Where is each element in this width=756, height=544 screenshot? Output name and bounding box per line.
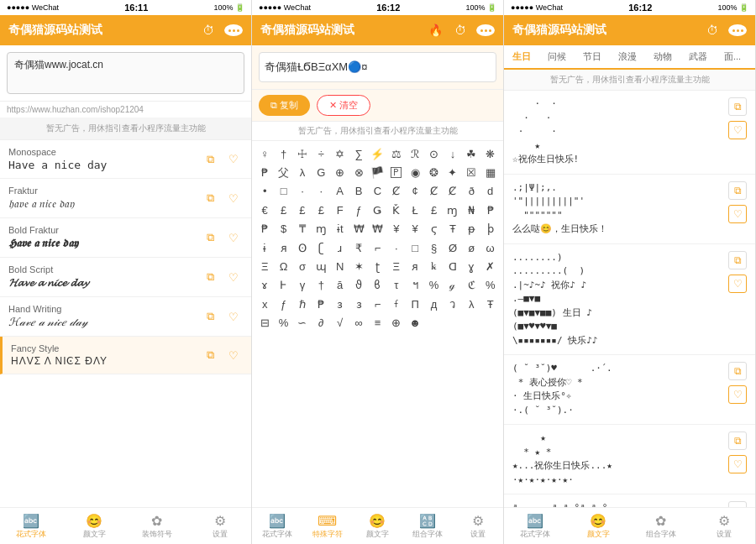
clock-icon[interactable]: ⏱ <box>199 21 218 39</box>
symbol-cell[interactable]: Ŧ <box>444 220 462 238</box>
cat-tab-greeting[interactable]: 问候 <box>539 45 575 68</box>
copy-art-2-button[interactable]: ⧉ <box>728 181 747 200</box>
symbol-cell[interactable]: ʗ <box>312 238 330 257</box>
cat-tab-birthday[interactable]: 生日 <box>504 45 539 70</box>
cat-tab-weapon[interactable]: 武器 <box>680 45 716 68</box>
cat-tab-food[interactable]: 面... <box>716 45 749 68</box>
symbol-cell[interactable]: ⊕ <box>331 163 349 181</box>
symbol-cell[interactable]: ∑ <box>349 144 368 163</box>
copy-hand-writing-button[interactable]: ⧉ <box>201 307 219 326</box>
symbol-cell[interactable]: ɜ <box>349 295 368 313</box>
more-options-button[interactable] <box>224 24 243 36</box>
symbol-cell[interactable]: ɨt <box>331 220 349 238</box>
symbol-cell[interactable]: ☘ <box>462 144 480 163</box>
fav-art-2-button[interactable]: ♡ <box>728 205 747 223</box>
symbol-cell[interactable]: x <box>255 295 274 313</box>
symbol-cell[interactable]: · <box>312 182 330 201</box>
symbol-cell[interactable]: ↓ <box>444 144 462 163</box>
text-input-1[interactable]: 奇偶猫www.jocat.cn <box>7 52 244 94</box>
symbol-cell[interactable]: ₱ <box>255 163 274 181</box>
symbol-cell[interactable]: Ȼ <box>424 182 443 201</box>
symbol-cell[interactable]: ω <box>481 238 500 257</box>
symbol-cell[interactable]: ₦ <box>462 201 480 219</box>
symbol-cell[interactable]: ʈ <box>368 257 386 275</box>
tab-emoji-3[interactable]: 😊 颜文字 <box>567 511 630 542</box>
fav-fraktur-button[interactable]: ♡ <box>224 189 243 207</box>
symbol-cell[interactable]: ₩ <box>349 220 368 238</box>
symbol-cell[interactable]: ⚡ <box>368 144 386 163</box>
copy-fancy-style-button[interactable]: ⧉ <box>201 346 219 364</box>
more-options-button-3[interactable] <box>728 24 747 36</box>
symbol-cell[interactable]: ว <box>444 295 462 313</box>
symbol-cell[interactable]: • <box>255 182 274 201</box>
symbol-cell[interactable]: ⊗ <box>349 163 368 181</box>
tab-settings-1[interactable]: ⚙ 设置 <box>188 511 251 542</box>
symbol-cell[interactable]: ⌐ <box>368 238 386 257</box>
symbol-cell[interactable]: ☩ <box>293 144 312 163</box>
copy-bold-script-button[interactable]: ⧉ <box>201 268 219 286</box>
symbol-cell[interactable]: Ͱ <box>274 276 292 295</box>
fav-art-1-button[interactable]: ♡ <box>728 121 747 139</box>
symbol-cell[interactable]: ÷ <box>312 144 330 163</box>
flame-icon[interactable]: 🔥 <box>426 21 444 39</box>
symbol-cell[interactable]: Ȼ <box>387 182 406 201</box>
symbol-cell[interactable]: λ <box>293 163 312 181</box>
copy-art-4-button[interactable]: ⧉ <box>728 362 747 380</box>
clock-icon-2[interactable]: ⏱ <box>451 21 470 39</box>
symbol-cell[interactable]: Ξ <box>255 257 274 275</box>
symbol-cell[interactable]: ɰ <box>312 257 330 275</box>
symbol-cell[interactable]: Ω <box>274 257 292 275</box>
symbol-cell[interactable]: ϸ <box>481 220 500 238</box>
font-item-monospace[interactable]: Monospace Have a nice day ⧉ ♡ <box>0 140 251 179</box>
symbol-cell[interactable]: % <box>424 276 443 295</box>
symbol-cell[interactable]: ā <box>331 276 349 295</box>
symbol-cell[interactable]: ¥ <box>406 220 424 238</box>
copy-monospace-button[interactable]: ⧉ <box>201 150 219 169</box>
symbol-cell[interactable]: τ <box>387 276 406 295</box>
cat-tab-romance[interactable]: 浪漫 <box>610 45 645 68</box>
symbol-cell[interactable]: ₹ <box>349 238 368 257</box>
symbol-cell[interactable]: % <box>274 313 292 332</box>
copy-button[interactable]: ⧉ 复制 <box>259 95 310 116</box>
fav-bold-fraktur-button[interactable]: ♡ <box>224 228 243 247</box>
symbol-cell[interactable]: £ <box>424 201 443 219</box>
symbol-cell[interactable]: ₱ <box>481 201 500 219</box>
symbol-cell[interactable]: % <box>481 276 500 295</box>
symbol-cell[interactable]: Ξ <box>387 257 406 275</box>
symbol-cell[interactable]: ɨ <box>255 238 274 257</box>
symbol-cell[interactable]: ∂ <box>312 313 330 332</box>
tab-settings-2[interactable]: ⚙ 设置 <box>453 511 503 542</box>
symbol-cell[interactable]: ▦ <box>481 163 500 181</box>
symbol-cell[interactable]: ƒ <box>274 295 292 313</box>
symbol-cell[interactable]: Ł <box>406 201 424 219</box>
more-options-button-2[interactable] <box>476 24 495 36</box>
symbol-cell[interactable]: ⊙ <box>424 144 443 163</box>
tab-combo[interactable]: 🔠 组合字体 <box>402 511 453 542</box>
symbol-cell[interactable]: £ <box>274 201 292 219</box>
symbol-cell[interactable]: ✗ <box>481 257 500 275</box>
panel2-text-display[interactable]: 奇偶猫ȽϬBΞαΧΜ🔵¤ <box>259 52 496 82</box>
symbol-cell[interactable]: ≡ <box>368 313 386 332</box>
symbol-cell[interactable]: Ν <box>331 257 349 275</box>
symbol-cell[interactable]: $ <box>274 220 292 238</box>
symbol-cell[interactable]: ℛ <box>406 144 424 163</box>
symbol-cell[interactable]: ⊕ <box>387 313 406 332</box>
symbol-cell[interactable]: € <box>255 201 274 219</box>
symbol-cell[interactable]: 🄿 <box>387 163 406 181</box>
symbol-cell[interactable]: ϐ <box>368 276 386 295</box>
symbol-cell[interactable]: ♀ <box>255 144 274 163</box>
symbol-cell[interactable]: ∞ <box>349 313 368 332</box>
symbol-cell[interactable]: ¢ <box>406 182 424 201</box>
symbol-cell[interactable]: Ǥ <box>368 201 386 219</box>
symbol-cell[interactable]: 父 <box>274 163 292 181</box>
symbol-cell[interactable]: ʘ <box>293 238 312 257</box>
copy-fraktur-button[interactable]: ⧉ <box>201 189 219 207</box>
symbol-cell[interactable]: Π <box>406 295 424 313</box>
symbol-cell[interactable]: · <box>387 238 406 257</box>
symbol-cell[interactable]: Ø <box>444 238 462 257</box>
copy-art-1-button[interactable]: ⧉ <box>728 97 747 116</box>
symbol-cell[interactable]: ⌐ <box>368 295 386 313</box>
symbol-cell[interactable]: ☻ <box>406 313 424 332</box>
font-item-bold-script[interactable]: Bold Script 𝓗𝓪𝓿𝓮 𝓪 𝓷𝓲𝓬𝓮 𝓭𝓪𝔂 ⧉ ♡ <box>0 258 251 297</box>
symbol-cell[interactable]: A <box>331 182 349 201</box>
